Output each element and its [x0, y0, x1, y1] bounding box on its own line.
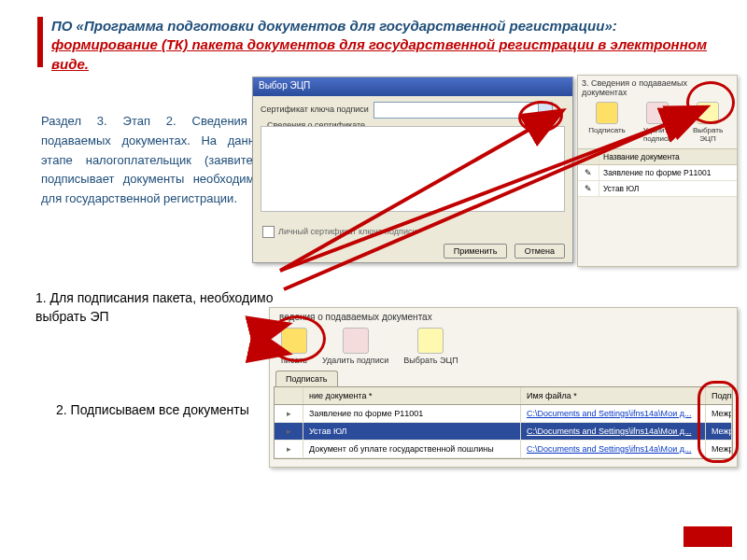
unlock-icon	[343, 328, 369, 354]
highlight-circle-icon	[698, 381, 739, 463]
highlight-circle-icon	[686, 81, 735, 124]
title-line1: ПО «Программа подготовки документов для …	[51, 18, 617, 34]
table-row[interactable]: ▸Документ об уплате государственной пошл…	[275, 441, 732, 458]
delete-signs-button[interactable]: Удалить подписи	[315, 326, 396, 367]
accent-bar	[37, 17, 43, 67]
dialog-titlebar: Выбор ЭЦП	[253, 77, 572, 96]
col-file: Имя файла *	[521, 387, 706, 404]
panel-c-header: ведения о подаваемых документах	[270, 308, 737, 326]
body-paragraph: Раздел 3. Этап 2. Сведения о подаваемых …	[41, 112, 270, 209]
delete-sign-button[interactable]: Удалить подпись	[632, 100, 683, 145]
accent-block	[684, 526, 732, 547]
lock-icon	[596, 102, 618, 124]
title-line2: формирование (ТК) пакета документов для …	[51, 36, 707, 71]
table-row[interactable]: ✎Заявление по форме Р11001	[578, 165, 737, 181]
select-ecp-button[interactable]: Выбрать ЭЦП	[396, 326, 465, 367]
cert-info-box	[261, 126, 565, 212]
col-doc-name: Название документа	[599, 149, 737, 164]
tab-sign[interactable]: Подписать	[275, 371, 338, 386]
step-1-text: 1. Для подписания пакета, необходимо выб…	[35, 289, 274, 326]
table-row[interactable]: ▸Устав ЮЛC:\Documents and Settings\ifns1…	[275, 423, 732, 441]
sidebar-documents: 3. Сведения о подаваемых документах Подп…	[577, 75, 738, 267]
cancel-button[interactable]: Отмена	[514, 244, 565, 259]
step-2-text: 2. Подписываем все документы	[56, 401, 261, 420]
dialog-select-ecp: Выбор ЭЦП Сертификат ключа подписи Сведе…	[252, 77, 573, 263]
personal-cert-checkbox[interactable]: Личный сертификат ключа подписи	[262, 226, 416, 238]
table-row[interactable]: ▸Заявление по форме Р11001C:\Documents a…	[275, 405, 732, 423]
checkbox-icon	[262, 226, 275, 238]
documents-table-panel: ведения о подаваемых документах писать У…	[269, 307, 738, 468]
highlight-circle-icon	[268, 315, 326, 362]
table-row[interactable]: ✎Устав ЮЛ	[578, 181, 737, 197]
sign-button[interactable]: Подписать	[582, 100, 632, 145]
cert-label: Сертификат ключа подписи	[261, 105, 369, 114]
col-doc-name: ние документа *	[303, 387, 521, 404]
documents-table: ние документа * Имя файла * Подп ▸Заявле…	[274, 386, 733, 459]
slide-title: ПО «Программа подготовки документов для …	[51, 17, 719, 74]
magnifier-icon	[417, 328, 444, 354]
unlock-icon	[646, 102, 669, 124]
apply-button[interactable]: Применить	[444, 244, 508, 259]
